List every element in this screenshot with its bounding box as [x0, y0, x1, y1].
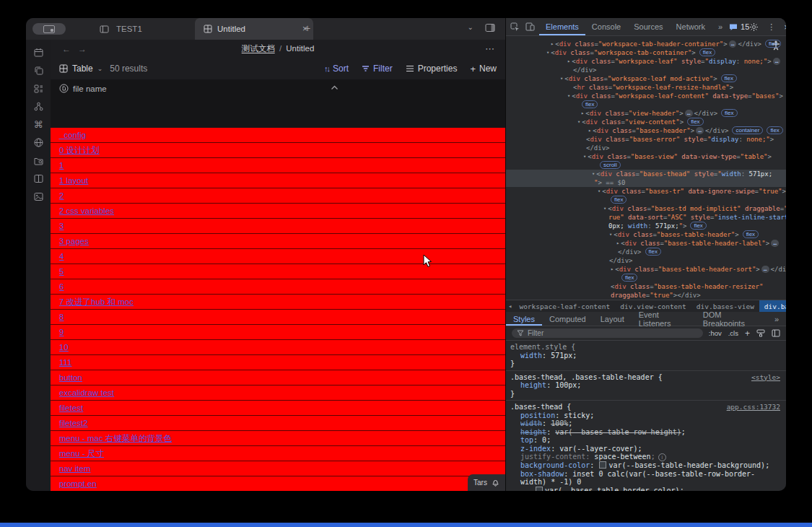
layout-badge[interactable]: flex	[699, 48, 715, 56]
styles-tab-layout[interactable]: Layout	[593, 312, 632, 326]
tree-node-line[interactable]: </div>	[573, 66, 597, 74]
collapse-arrow-icon[interactable]: ▸	[616, 240, 619, 246]
styles-tab-styles[interactable]: Styles	[506, 312, 542, 326]
file-link[interactable]: 1 layout	[59, 176, 88, 185]
view-type-select[interactable]: Table ⌄	[59, 64, 102, 74]
graph-icon[interactable]	[33, 101, 44, 112]
file-link[interactable]: _config	[59, 131, 86, 139]
styles-more-tabs-button[interactable]: »	[767, 312, 786, 326]
info-icon[interactable]: i	[658, 453, 666, 461]
tree-node-line[interactable]: "> == $0	[594, 178, 625, 187]
tree-node-line[interactable]: ⋯▾<div class="bases-thead" style="width:…	[592, 170, 772, 178]
layout-badge[interactable]: flex	[582, 100, 598, 108]
layout-badge[interactable]: scroll	[600, 161, 621, 169]
expand-arrow-icon[interactable]: ▾	[583, 154, 586, 160]
file-link[interactable]: menu - mac 右键菜单的背景色	[59, 433, 172, 444]
layout-badge[interactable]: flex	[687, 118, 703, 126]
rule-source-link[interactable]: app.css:13732	[727, 403, 780, 411]
tree-node-line[interactable]: ▾<div class="workspace-leaf-content" dat…	[567, 92, 783, 100]
expand-arrow-icon[interactable]: ▾	[567, 93, 570, 99]
more-tabs-button[interactable]: »	[712, 18, 729, 35]
expand-arrow-icon[interactable]: ▾	[546, 50, 549, 56]
expand-arrow-icon[interactable]: ▾	[592, 171, 595, 177]
file-link[interactable]: 9	[59, 328, 64, 336]
inline-ellipsis-expander[interactable]: …	[773, 58, 781, 65]
sort-button[interactable]: ↑↓ Sort	[324, 64, 349, 74]
expand-arrow-icon[interactable]: ▾	[603, 206, 606, 212]
tree-node-line[interactable]: flex	[578, 100, 598, 109]
new-button[interactable]: + New	[470, 64, 497, 74]
file-link[interactable]: 7 改进了hub 和 moc	[59, 297, 134, 308]
expand-arrow-icon[interactable]: ▾	[577, 119, 580, 125]
css-property[interactable]: justify-content: space-between;i	[510, 453, 780, 461]
tree-node-line[interactable]: ▸<div class="bases-table-header-sort">…<…	[611, 265, 786, 274]
color-swatch[interactable]	[536, 487, 543, 492]
css-property[interactable]: background-color: var(--bases-table-head…	[510, 461, 780, 470]
image-icon[interactable]	[33, 191, 44, 202]
styles-filter-input[interactable]: Filter	[512, 328, 703, 338]
tree-node-line[interactable]: scroll	[596, 161, 621, 170]
inline-ellipsis-expander[interactable]: …	[685, 110, 693, 117]
filter-button[interactable]: Filter	[362, 64, 393, 74]
css-property[interactable]: height: var(--bases-table-row-height);	[510, 428, 780, 437]
file-link[interactable]: 111	[59, 358, 71, 367]
tree-node-line[interactable]: ▸<div class="workspace-leaf" style="disp…	[567, 57, 782, 66]
toggle-class-button[interactable]: .cls	[728, 329, 738, 337]
collapse-arrow-icon[interactable]: ▸	[581, 110, 584, 116]
tab-list-chevron-icon[interactable]: ⌄	[468, 23, 473, 32]
column-header-file-name[interactable]: file name	[59, 84, 107, 93]
expand-arrow-icon[interactable]: ▾	[609, 232, 612, 238]
layout-badge[interactable]: flex	[765, 40, 781, 48]
tree-node-line[interactable]: <hr class="workspace-leaf-resize-handle"…	[573, 83, 733, 92]
new-tab-button[interactable]: +	[305, 22, 310, 34]
tree-node-line[interactable]: 0px; width: 571px;">flex	[608, 222, 707, 230]
tree-node-line[interactable]: ▾<div class="workspace-tab-container">fl…	[546, 48, 715, 57]
collapse-arrow-icon[interactable]: ▸	[611, 266, 614, 272]
file-link[interactable]: excalidraw test	[59, 388, 114, 397]
layout-badge[interactable]: flex	[721, 74, 737, 82]
layout-badge[interactable]: flex	[645, 248, 661, 256]
crumbs-scroll-left-icon[interactable]: ◂	[506, 302, 514, 310]
calendar-icon[interactable]	[33, 47, 44, 58]
tree-node-line[interactable]: flex	[618, 274, 637, 282]
file-link[interactable]: 2 css variables	[59, 206, 114, 215]
right-sidebar-toggle-icon[interactable]	[485, 23, 495, 32]
computed-sidebar-toggle-icon[interactable]	[772, 329, 780, 337]
layout-badge[interactable]: flex	[621, 274, 637, 282]
layout-badge[interactable]: flex	[767, 126, 782, 134]
tree-node-line[interactable]: ▾<div class="workspace-leaf mod-active">…	[560, 74, 737, 83]
tab-test1[interactable]: TEST1	[87, 18, 208, 40]
tree-node-line[interactable]: <div class="bases-error" style="display:…	[586, 135, 774, 144]
file-link[interactable]: filetest	[59, 404, 83, 412]
rule-selector[interactable]: .bases-thead, .bases-table-header {	[510, 373, 663, 381]
copy-icon[interactable]	[33, 65, 44, 76]
css-property[interactable]: box-shadow: inset 0 calc(var(--bases-tab…	[510, 470, 780, 487]
folder-search-icon[interactable]	[33, 155, 44, 166]
tree-node-line[interactable]: flex	[607, 196, 627, 204]
file-link[interactable]: menu - 尺寸	[59, 448, 104, 459]
file-link[interactable]: 4	[59, 252, 64, 261]
inline-ellipsis-expander[interactable]: …	[761, 266, 769, 273]
command-icon[interactable]: ⌘	[33, 119, 44, 130]
tree-node-line[interactable]: ▸<div class="bases-table-header-label">…	[616, 239, 780, 248]
window-controls-pill[interactable]	[32, 23, 66, 35]
file-link[interactable]: 2	[59, 191, 64, 200]
tars-badge[interactable]: Tars	[468, 474, 505, 491]
cards-icon[interactable]	[33, 83, 44, 94]
layout-badge[interactable]: flex	[690, 222, 706, 230]
layout-badge[interactable]: flex	[721, 109, 737, 117]
breadcrumb-node[interactable]: div.bases-thead	[759, 300, 786, 312]
globe-icon[interactable]	[33, 137, 44, 148]
tree-node-line[interactable]: ▾<div class="bases-tr" data-ignore-swipe…	[598, 187, 786, 196]
new-style-rule-button[interactable]: +	[745, 328, 750, 339]
rule-source-link[interactable]: <style>	[751, 373, 780, 382]
file-link[interactable]: 0 设计计划	[59, 145, 100, 156]
expand-arrow-icon[interactable]: ▾	[560, 76, 563, 82]
columns-icon[interactable]	[33, 173, 44, 184]
inline-ellipsis-expander[interactable]: …	[729, 40, 737, 48]
tree-node-line[interactable]: ▾<div class="bases-td mod-implicit" drag…	[603, 204, 786, 213]
inspect-element-icon[interactable]	[510, 22, 520, 32]
tree-node-line[interactable]: </div>flex	[618, 248, 661, 256]
file-link[interactable]: 8	[59, 313, 64, 321]
toggle-hover-state-button[interactable]: :hov	[709, 329, 722, 337]
